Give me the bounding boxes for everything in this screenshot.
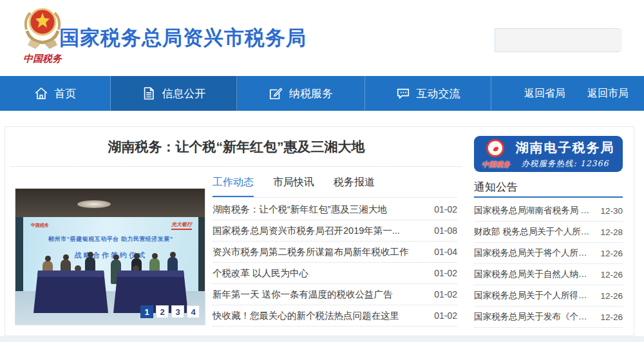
- nav-label: 信息公开: [162, 86, 206, 101]
- news-title: 国家税务总局资兴市税务局召开2019年第一...: [213, 225, 400, 237]
- tab-city-bureau-news[interactable]: 市局快讯: [273, 176, 314, 197]
- news-list: 湖南税务：让个税“新年红包”惠及三湘大地 01-02 国家税务总局资兴市税务局召…: [213, 199, 457, 327]
- news-item[interactable]: 湖南税务：让个税“新年红包”惠及三湘大地 01-02: [213, 199, 457, 220]
- notice-item[interactable]: 国家税务总局关于自然人纳税人... 12-26: [474, 264, 623, 285]
- screen-title: 郴州市“搭建银税互动平台 助力民营经济发展”: [22, 235, 200, 243]
- notices-rule: [474, 196, 623, 198]
- news-tabs: 工作动态 市局快讯 税务报道: [213, 176, 457, 198]
- carousel-page-1[interactable]: 1: [140, 305, 153, 318]
- page: 中国税务 国家税务总局资兴市税务局 首页 信息公开: [0, 0, 644, 342]
- banner-title: 湖南电子税务局: [513, 139, 618, 157]
- news-item[interactable]: 国家税务总局资兴市税务局召开2019年第一... 01-08: [213, 220, 457, 242]
- carousel-page-2[interactable]: 2: [156, 305, 169, 318]
- tax-emblem-small-icon: [486, 139, 504, 157]
- notice-date: 12-30: [600, 206, 623, 216]
- site-title: 国家税务总局资兴市税务局: [59, 24, 307, 52]
- notice-item[interactable]: 国家税务总局关于发布《个人所... 12-26: [474, 307, 623, 328]
- home-icon: [34, 86, 48, 100]
- news-date: 01-02: [434, 204, 457, 214]
- notices-title: 通知公告: [474, 180, 518, 195]
- news-date: 01-02: [434, 289, 457, 299]
- notice-date: 12-26: [600, 291, 623, 301]
- carousel-pagination: 1 2 3 4: [140, 305, 200, 318]
- notice-item[interactable]: 国家税务总局关于将个人所得税... 12-26: [474, 243, 623, 264]
- notice-date: 12-26: [600, 249, 623, 258]
- nav-right-links: 返回省局 返回市局: [524, 76, 644, 111]
- banner-texts: 湖南电子税务局 办税服务热线: 12366: [513, 139, 618, 169]
- nav-item-tax-services[interactable]: 纳税服务: [237, 76, 365, 111]
- news-title: 湖南税务：让个税“新年红包”惠及三湘大地: [213, 204, 387, 216]
- document-icon: [142, 86, 156, 100]
- search-widget: [495, 28, 620, 52]
- bank-logo-text: 光大银行: [171, 221, 192, 230]
- notice-title: 国家税务总局关于发布《个人所...: [474, 311, 590, 323]
- photo-ceiling-light: [77, 200, 111, 208]
- tab-tax-reports[interactable]: 税务报道: [334, 176, 375, 197]
- footer-strip: [0, 336, 644, 342]
- nav-item-home[interactable]: 首页: [0, 76, 111, 111]
- pencil-icon: [269, 86, 283, 100]
- nav-item-interaction[interactable]: 互动交流: [365, 76, 491, 111]
- news-date: 01-04: [434, 247, 457, 257]
- main-nav: 首页 信息公开 纳税服务 互动交流: [0, 76, 644, 111]
- link-back-to-province-bureau[interactable]: 返回省局: [524, 87, 565, 100]
- notice-title: 国家税务总局关于自然人纳税人...: [474, 269, 590, 280]
- news-title: 快收藏！您最关心的新个税法热点问题在这里: [213, 310, 399, 322]
- site-header: 中国税务 国家税务总局资兴市税务局: [0, 0, 644, 76]
- notice-item[interactable]: 财政部 税务总局关于个人所得税... 12-28: [474, 222, 623, 243]
- notice-date: 12-26: [600, 312, 623, 322]
- banner-logo-caption: 中国税务: [479, 160, 513, 169]
- carousel-page-3[interactable]: 3: [171, 305, 184, 318]
- notice-date: 12-26: [600, 270, 623, 280]
- notice-item[interactable]: 国家税务总局关于个人所得税自... 12-26: [474, 285, 623, 307]
- sidebar: 中国税务 湖南电子税务局 办税服务热线: 12366 通知公告 国家税务总局湖南…: [473, 127, 623, 337]
- search-input[interactable]: [495, 29, 622, 52]
- nav-label: 纳税服务: [289, 86, 333, 101]
- tab-work-dynamics[interactable]: 工作动态: [213, 176, 254, 197]
- news-date: 01-02: [434, 310, 457, 321]
- screen-logo-text: 中国税务: [31, 222, 49, 229]
- news-title: 资兴市税务局第二税务所谋篇布局新年税收工作: [213, 246, 409, 258]
- tax-emblem-icon: [21, 5, 64, 52]
- nav-label: 首页: [55, 86, 77, 101]
- notice-item[interactable]: 国家税务总局湖南省税务局 湖南... 12-30: [474, 200, 623, 222]
- news-date: 01-02: [434, 268, 457, 278]
- news-item[interactable]: 资兴市税务局第二税务所谋篇布局新年税收工作 01-04: [213, 242, 457, 263]
- carousel-page-4[interactable]: 4: [187, 305, 200, 318]
- signing-table: [33, 271, 108, 313]
- notice-title: 财政部 税务总局关于个人所得税...: [474, 226, 590, 238]
- news-title: 新年第一天 送你一条有温度的税收公益广告: [213, 289, 393, 301]
- featured-headline[interactable]: 湖南税务：让个税“新年红包”惠及三湘大地: [108, 138, 365, 156]
- logo-caption: 中国税务: [15, 53, 70, 65]
- content-container: 湖南税务：让个税“新年红包”惠及三湘大地 中国税务 光大银行 郴州市“搭建银税互…: [5, 126, 634, 336]
- etax-banner-logo: 中国税务: [479, 138, 513, 169]
- news-title: 个税改革 以人民为中心: [213, 267, 308, 280]
- notice-title: 国家税务总局湖南省税务局 湖南...: [474, 205, 590, 216]
- link-back-to-city-bureau[interactable]: 返回市局: [587, 87, 629, 100]
- news-item[interactable]: 快收藏！您最关心的新个税法热点问题在这里 01-02: [213, 305, 457, 327]
- notice-title: 国家税务总局关于将个人所得税...: [474, 247, 590, 259]
- etax-banner[interactable]: 中国税务 湖南电子税务局 办税服务热线: 12366: [474, 136, 623, 172]
- nav-item-info-disclosure[interactable]: 信息公开: [111, 76, 237, 111]
- news-item[interactable]: 个税改革 以人民为中心 01-02: [213, 263, 457, 284]
- notices-list: 国家税务总局湖南省税务局 湖南... 12-30 财政部 税务总局关于个人所得税…: [474, 200, 623, 328]
- headline-wrap: 湖南税务：让个税“新年红包”惠及三湘大地: [10, 127, 462, 167]
- chat-icon: [396, 86, 410, 100]
- banner-hotline: 办税服务热线: 12366: [513, 158, 618, 169]
- carousel-photo[interactable]: 中国税务 光大银行 郴州市“搭建银税互动平台 助力民营经济发展” 战略合作签约仪…: [15, 188, 205, 325]
- news-item[interactable]: 新年第一天 送你一条有温度的税收公益广告 01-02: [213, 284, 457, 305]
- notice-date: 12-28: [600, 227, 623, 237]
- news-date: 01-08: [434, 225, 457, 236]
- nav-label: 互动交流: [417, 86, 460, 101]
- notice-title: 国家税务总局关于个人所得税自...: [474, 290, 590, 301]
